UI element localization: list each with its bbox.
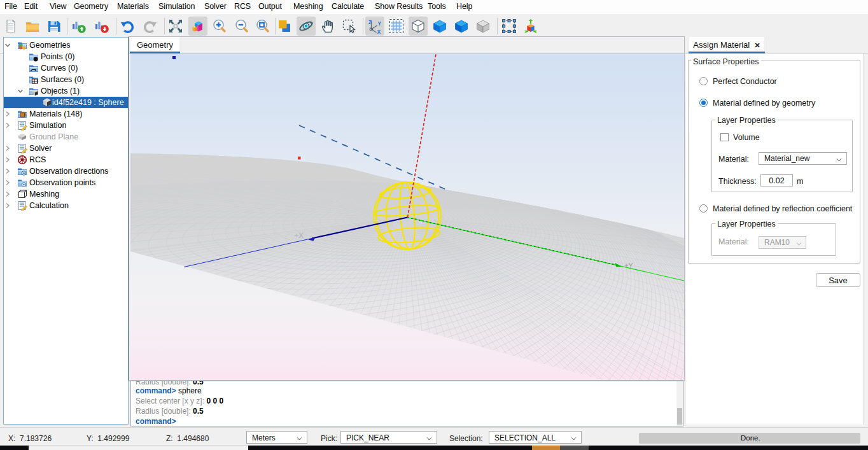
svg-text:Z: Z <box>368 19 372 25</box>
svg-text:+Y: +Y <box>624 262 633 269</box>
svg-text:+X: +X <box>295 232 304 239</box>
svg-text:X: X <box>377 29 381 34</box>
svg-text:Y: Y <box>378 20 382 27</box>
